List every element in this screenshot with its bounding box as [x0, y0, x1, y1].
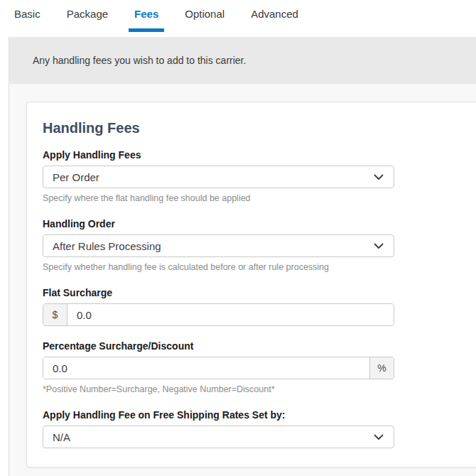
field-apply-handling-fees: Apply Handling Fees Per Order Specify wh…: [43, 149, 394, 204]
percentage-surcharge-help: *Positive Number=Surcharge, Negative Num…: [43, 384, 394, 395]
apply-handling-fees-label: Apply Handling Fees: [43, 149, 394, 161]
free-shipping-fee-label: Apply Handling Fee on Free Shipping Rate…: [43, 409, 394, 421]
dollar-prefix-addon: $: [43, 304, 67, 325]
info-banner-text: Any handling fees you wish to add to thi…: [33, 55, 246, 66]
percentage-surcharge-input[interactable]: [43, 357, 369, 379]
info-banner: Any handling fees you wish to add to thi…: [9, 37, 476, 84]
chevron-down-icon: [374, 243, 384, 249]
free-shipping-fee-select[interactable]: N/A: [43, 426, 394, 448]
field-percentage-surcharge: Percentage Surcharge/Discount % *Positiv…: [43, 340, 394, 395]
tab-advanced[interactable]: Advanced: [251, 0, 298, 27]
apply-handling-fees-help: Specify where the flat handling fee shou…: [43, 193, 394, 204]
tab-package[interactable]: Package: [67, 0, 108, 27]
free-shipping-fee-selected-value: N/A: [53, 431, 70, 443]
percent-suffix-addon: %: [369, 357, 394, 379]
tab-fees[interactable]: Fees: [134, 0, 158, 27]
flat-surcharge-input[interactable]: [67, 304, 394, 325]
tab-basic[interactable]: Basic: [14, 0, 40, 27]
chevron-down-icon: [374, 434, 384, 440]
percentage-surcharge-input-group: %: [43, 357, 394, 379]
flat-surcharge-input-group: $: [43, 303, 394, 326]
tab-optional[interactable]: Optional: [185, 0, 225, 27]
field-free-shipping-fee: Apply Handling Fee on Free Shipping Rate…: [43, 409, 394, 448]
handling-order-label: Handling Order: [43, 218, 394, 229]
apply-handling-fees-select[interactable]: Per Order: [43, 166, 394, 188]
handling-fees-card: Handling Fees Apply Handling Fees Per Or…: [26, 102, 476, 467]
handling-order-help: Specify whether handling fee is calculat…: [43, 262, 394, 273]
field-handling-order: Handling Order After Rules Processing Sp…: [43, 218, 394, 273]
handling-order-selected-value: After Rules Processing: [53, 240, 161, 252]
page-title: Handling Fees: [43, 119, 476, 136]
percentage-surcharge-label: Percentage Surcharge/Discount: [43, 340, 394, 352]
apply-handling-fees-selected-value: Per Order: [53, 171, 99, 183]
tab-content-area: Any handling fees you wish to add to thi…: [9, 37, 476, 476]
flat-surcharge-label: Flat Surcharge: [43, 287, 394, 298]
handling-order-select[interactable]: After Rules Processing: [43, 234, 394, 257]
field-flat-surcharge: Flat Surcharge $: [43, 287, 394, 326]
chevron-down-icon: [374, 174, 384, 180]
tab-bar: Basic Package Fees Optional Advanced: [0, 0, 476, 37]
